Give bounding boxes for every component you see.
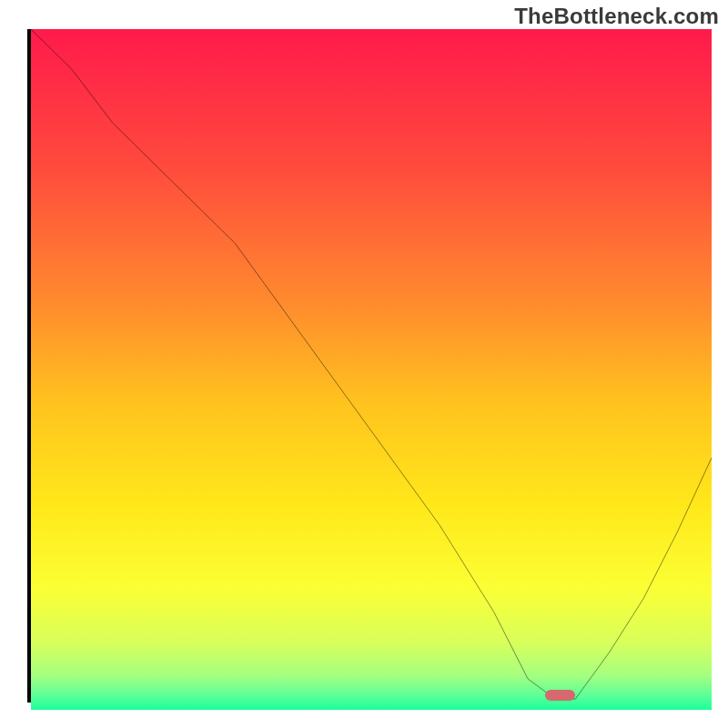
watermark-text: TheBottleneck.com <box>514 4 719 29</box>
chart-frame: TheBottleneck.com <box>0 0 728 728</box>
bottleneck-curve <box>31 29 712 699</box>
optimal-marker <box>545 690 576 701</box>
plot-area <box>27 29 712 703</box>
